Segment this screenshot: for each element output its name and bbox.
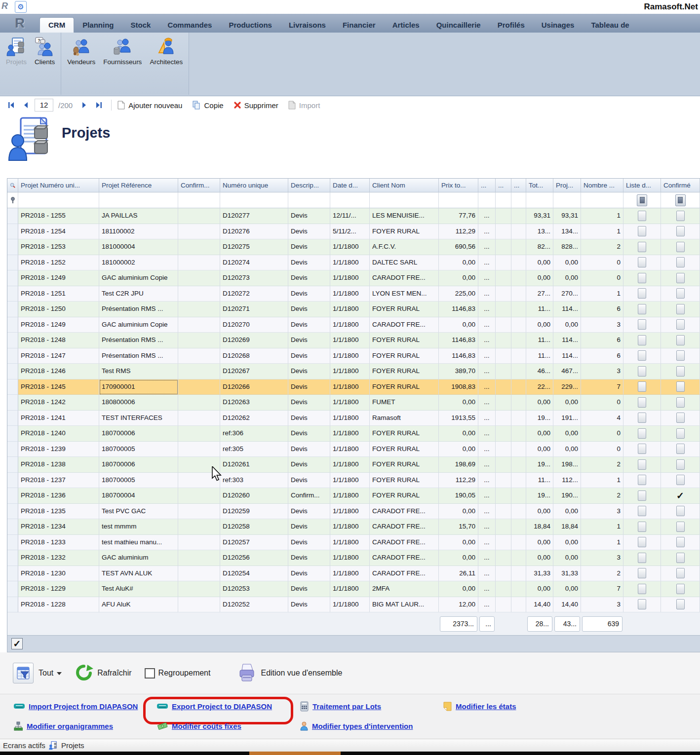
cell-total[interactable]: 0,00 xyxy=(526,504,553,520)
cell-ellipsis[interactable] xyxy=(496,473,511,489)
cell-date[interactable]: 1/1/1800 xyxy=(330,317,370,333)
cell-nombre[interactable]: 2 xyxy=(581,566,623,582)
cell-client-nom[interactable]: FOYER RURAL xyxy=(370,442,439,457)
cell-numero-unique[interactable]: D120270 xyxy=(220,317,288,333)
cell-proj[interactable]: 0,00 xyxy=(553,550,581,566)
cell-description[interactable]: Devis xyxy=(288,426,330,442)
cell-confirm[interactable] xyxy=(178,581,220,597)
cell-liste-checkbox[interactable] xyxy=(623,239,661,255)
checkbox[interactable] xyxy=(676,584,685,594)
cell-numero-unique[interactable]: D120261 xyxy=(220,457,288,473)
cell-ellipsis[interactable] xyxy=(496,333,511,348)
cell-total[interactable]: 46... xyxy=(526,364,553,379)
cell-projet-reference[interactable]: 180700004 xyxy=(99,488,178,504)
cell-ellipsis[interactable]: ... xyxy=(478,239,496,255)
cell-ellipsis[interactable]: ... xyxy=(478,333,496,348)
cell-confirme-checkbox[interactable]: ✓ xyxy=(661,488,700,504)
column-header-confirme-checkbox[interactable]: Confirmé xyxy=(661,179,700,192)
cell-description[interactable]: Devis xyxy=(288,550,330,566)
cell-projet-reference[interactable]: Test RMS xyxy=(99,364,178,379)
cell-client-nom[interactable]: Ramasoft xyxy=(370,411,439,426)
cell-confirme-checkbox[interactable] xyxy=(661,566,700,582)
ribbon-button-fournisseurs[interactable]: Fournisseurs xyxy=(99,35,146,68)
cell-prix[interactable]: 0,00 xyxy=(439,426,478,442)
cell-confirme-checkbox[interactable] xyxy=(661,442,700,457)
cell-numero-unique[interactable]: ref:305 xyxy=(220,442,288,457)
cell-description[interactable]: Confirm... xyxy=(288,488,330,504)
ribbon-button-architectes[interactable]: Architectes xyxy=(146,35,187,68)
cell-ellipsis[interactable]: ... xyxy=(478,426,496,442)
cell-liste-checkbox[interactable] xyxy=(623,255,661,271)
cell-ellipsis[interactable] xyxy=(511,411,526,426)
cell-liste-checkbox[interactable] xyxy=(623,208,661,224)
cell-prix[interactable]: 198,69 xyxy=(439,457,478,473)
table-row[interactable]: PR2018 - 1249GAC aluminium CopieD120273D… xyxy=(7,270,700,286)
checkbox[interactable] xyxy=(638,413,646,423)
cell-projet-reference[interactable]: TEST AVN ALUK xyxy=(99,566,178,582)
cell-prix[interactable]: 389,70 xyxy=(439,364,478,379)
cell-ellipsis[interactable] xyxy=(511,504,526,520)
cell-ellipsis[interactable] xyxy=(496,581,511,597)
cell-confirm[interactable] xyxy=(178,504,220,520)
cell-date[interactable]: 5/11/2... xyxy=(330,224,370,240)
cell-liste-checkbox[interactable] xyxy=(623,379,661,395)
cell-description[interactable]: Devis xyxy=(288,473,330,489)
cell-ellipsis[interactable] xyxy=(496,239,511,255)
cell-numero-unique[interactable]: D120256 xyxy=(220,550,288,566)
delete-button[interactable]: Supprimer xyxy=(233,101,278,110)
checked-checkbox-icon[interactable]: ✓ xyxy=(676,491,684,500)
cell-confirm[interactable] xyxy=(178,333,220,348)
cell-description[interactable]: Devis xyxy=(288,239,330,255)
table-row[interactable]: PR2018 - 1236180700004D120260Confirm...1… xyxy=(7,488,700,504)
cell-ellipsis[interactable]: ... xyxy=(478,317,496,333)
cell-ellipsis[interactable] xyxy=(511,395,526,411)
cell-prix[interactable]: 0,00 xyxy=(439,504,478,520)
checkbox[interactable] xyxy=(638,226,646,236)
cell-confirm[interactable] xyxy=(178,255,220,271)
cell-client-nom[interactable]: LES MENUISIE... xyxy=(370,208,439,224)
cell-ellipsis[interactable] xyxy=(511,348,526,364)
cell-ellipsis[interactable]: ... xyxy=(478,519,496,535)
cell-client-nom[interactable]: CARADOT FRE... xyxy=(370,270,439,286)
filter-projet-numero[interactable] xyxy=(18,192,99,208)
cell-total[interactable]: 0,00 xyxy=(526,535,553,551)
cell-prix[interactable]: 26,11 xyxy=(439,566,478,582)
cell-ellipsis[interactable] xyxy=(496,208,511,224)
print-overview-label[interactable]: Edition vue d'ensemble xyxy=(261,669,342,678)
checkbox[interactable] xyxy=(676,475,685,485)
cell-liste-checkbox[interactable] xyxy=(623,364,661,379)
cell-numero-unique[interactable]: D120262 xyxy=(220,411,288,426)
cell-description[interactable]: Devis xyxy=(288,255,330,271)
checkbox[interactable] xyxy=(638,568,646,578)
cell-ellipsis[interactable] xyxy=(496,550,511,566)
cell-nombre[interactable]: 6 xyxy=(581,333,623,348)
cell-ellipsis[interactable] xyxy=(511,286,526,302)
tab-commandes[interactable]: Commandes xyxy=(159,18,220,33)
cell-nombre[interactable]: 0 xyxy=(581,426,623,442)
cell-date[interactable]: 1/1/1800 xyxy=(330,286,370,302)
checkbox[interactable] xyxy=(638,242,646,252)
cell-projet-numero[interactable]: PR2018 - 1240 xyxy=(18,426,99,442)
column-header-ellipsis[interactable]: ... xyxy=(511,179,526,192)
cell-ellipsis[interactable]: ... xyxy=(478,255,496,271)
cell-confirme-checkbox[interactable] xyxy=(661,224,700,240)
cell-date[interactable]: 1/1/1800 xyxy=(330,395,370,411)
refresh-label[interactable]: Rafraîchir xyxy=(97,669,131,678)
cell-projet-reference[interactable]: 180700006 xyxy=(99,457,178,473)
cell-date[interactable]: 1/1/1800 xyxy=(330,270,370,286)
cell-nombre[interactable]: 1 xyxy=(581,519,623,535)
cell-projet-reference[interactable]: Test PVC GAC xyxy=(99,504,178,520)
cell-date[interactable]: 1/1/1800 xyxy=(330,504,370,520)
filter-proj[interactable] xyxy=(553,192,581,208)
column-header-proj[interactable]: Proj... xyxy=(553,179,581,192)
ribbon-button-clients[interactable]: ? Clients xyxy=(31,35,59,68)
cell-nombre[interactable]: 4 xyxy=(581,411,623,426)
table-row[interactable]: PR2018 - 1242180800006D120263Devis1/1/18… xyxy=(7,395,700,411)
checkbox[interactable] xyxy=(676,211,685,221)
cell-numero-unique[interactable]: D120254 xyxy=(220,566,288,582)
table-row[interactable]: PR2018 - 1247Présentation RMS ...D120268… xyxy=(7,348,700,364)
cell-client-nom[interactable]: LYON EST MEN... xyxy=(370,286,439,302)
cell-liste-checkbox[interactable] xyxy=(623,581,661,597)
ribbon-button-projets[interactable]: Projets xyxy=(2,35,31,68)
cell-ellipsis[interactable] xyxy=(511,457,526,473)
